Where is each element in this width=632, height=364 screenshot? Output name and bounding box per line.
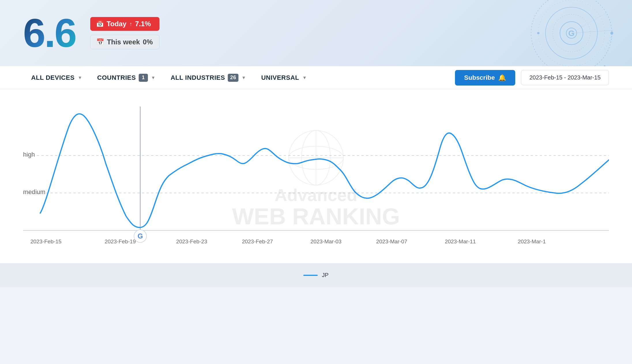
svg-text:G: G (568, 29, 575, 38)
svg-text:2023-Mar-11: 2023-Mar-11 (445, 238, 476, 244)
arrow-up-icon: ↑ (129, 21, 132, 27)
week-value: 0% (143, 38, 153, 46)
chart-svg: high medium 2023-Feb-15 2023-Feb-19 2023… (23, 107, 609, 251)
all-industries-label: ALL INDUSTRIES (171, 74, 225, 81)
svg-point-10 (537, 32, 539, 34)
svg-text:2023-Feb-19: 2023-Feb-19 (105, 238, 136, 244)
countries-badge: 1 (139, 74, 148, 82)
chart-container: Advanced WEB RANKING high medium 2023-Fe… (0, 89, 632, 263)
industries-badge: 26 (228, 74, 238, 82)
svg-line-19 (604, 48, 605, 49)
calendar-week-icon: 📅 (96, 38, 104, 46)
subscribe-button[interactable]: Subscribe 🔔 (455, 70, 515, 86)
svg-text:2023-Feb-23: 2023-Feb-23 (176, 238, 207, 244)
chart-svg-wrapper: Advanced WEB RANKING high medium 2023-Fe… (23, 107, 609, 252)
date-range-button[interactable]: 2023-Feb-15 - 2023-Mar-15 (521, 70, 609, 85)
week-label: This week (107, 38, 140, 46)
toolbar: ALL DEVICES ▾ COUNTRIES 1 ▾ ALL INDUSTRI… (0, 66, 632, 89)
svg-text:2023-Feb-15: 2023-Feb-15 (30, 238, 61, 244)
all-devices-label: ALL DEVICES (31, 74, 75, 81)
chevron-down-icon: ▾ (79, 75, 81, 80)
chevron-down-icon-4: ▾ (303, 75, 306, 80)
svg-text:high: high (23, 151, 35, 158)
legend-label-jp: JP (322, 272, 328, 278)
svg-line-16 (609, 40, 611, 41)
all-devices-filter[interactable]: ALL DEVICES ▾ (23, 66, 89, 89)
svg-text:2023-Feb-27: 2023-Feb-27 (242, 238, 273, 244)
svg-line-17 (607, 43, 609, 44)
countries-label: COUNTRIES (97, 74, 136, 81)
bell-icon: 🔔 (498, 74, 506, 81)
today-label: Today (107, 20, 127, 28)
badges-column: 📅 Today ↑ 7.1% 📅 This week 0% (90, 17, 159, 49)
chevron-down-icon-2: ▾ (152, 75, 155, 80)
legend-line-jp (303, 275, 318, 276)
chevron-down-icon-3: ▾ (242, 75, 245, 80)
today-value: 7.1% (135, 20, 151, 28)
svg-line-15 (610, 37, 612, 38)
header-left: 6.6 📅 Today ↑ 7.1% 📅 This week 0% (23, 13, 159, 53)
svg-point-9 (604, 65, 605, 66)
today-badge: 📅 Today ↑ 7.1% (90, 17, 159, 31)
svg-text:medium: medium (23, 188, 46, 196)
calendar-icon: 📅 (96, 20, 104, 28)
svg-text:2023-Mar-07: 2023-Mar-07 (376, 238, 407, 244)
svg-line-14 (611, 35, 613, 35)
tech-decoration: G (528, 0, 615, 66)
svg-line-18 (606, 46, 607, 47)
legend-item-jp: JP (303, 272, 328, 278)
date-range-label: 2023-Feb-15 - 2023-Mar-15 (529, 74, 601, 81)
legend-bar: JP (0, 263, 632, 287)
svg-text:2023-Mar-1: 2023-Mar-1 (518, 238, 546, 244)
subscribe-label: Subscribe (464, 74, 495, 81)
score-display: 6.6 (23, 13, 76, 53)
svg-text:G: G (138, 232, 143, 240)
countries-filter[interactable]: COUNTRIES 1 ▾ (89, 66, 163, 89)
header-section: 6.6 📅 Today ↑ 7.1% 📅 This week 0% G (0, 0, 632, 66)
svg-line-11 (571, 30, 613, 33)
all-industries-filter[interactable]: ALL INDUSTRIES 26 ▾ (163, 66, 253, 89)
universal-filter[interactable]: UNIVERSAL ▾ (253, 66, 314, 89)
svg-point-7 (610, 32, 613, 35)
svg-text:2023-Mar-03: 2023-Mar-03 (311, 238, 342, 244)
universal-label: UNIVERSAL (261, 74, 299, 81)
week-badge: 📅 This week 0% (90, 35, 159, 49)
